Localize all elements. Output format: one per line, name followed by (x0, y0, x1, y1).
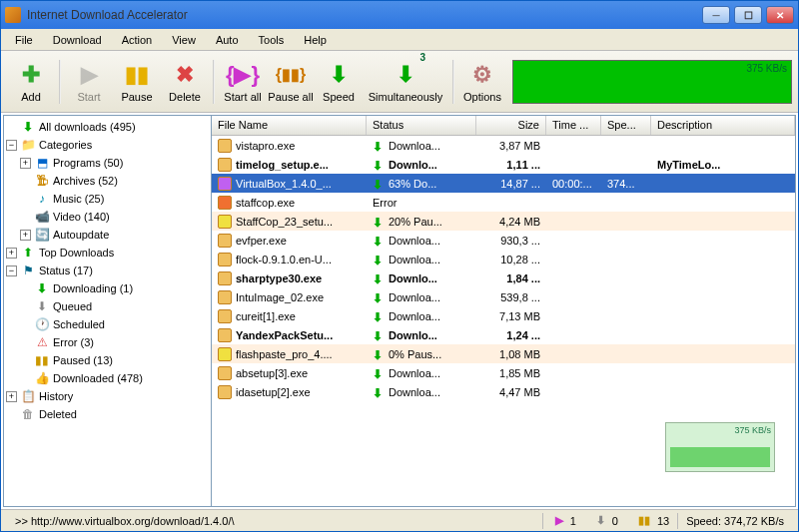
tree-deleted[interactable]: 🗑Deleted (6, 405, 209, 423)
table-row[interactable]: IntuImage_02.exe⬇Downloa...539,8 ... (212, 287, 795, 306)
file-icon (218, 385, 232, 399)
start-button[interactable]: ▶ Start (65, 54, 113, 110)
tree-downloading[interactable]: ⬇Downloading (1) (6, 279, 209, 297)
file-icon (218, 196, 232, 210)
status-icon: ⚑ (20, 263, 36, 278)
category-tree[interactable]: ⬇All downloads (495) −📁Categories +⬒Prog… (4, 116, 212, 506)
expand-icon[interactable]: + (6, 391, 17, 402)
play-icon: ▶ (551, 514, 567, 527)
table-row[interactable]: vistapro.exe⬇Downloa...3,87 MB (212, 136, 795, 155)
col-speed[interactable]: Spe... (601, 116, 651, 135)
menu-file[interactable]: File (5, 32, 43, 48)
col-size[interactable]: Size (476, 116, 546, 135)
tree-music[interactable]: ♪Music (25) (6, 190, 209, 208)
pause-button[interactable]: ▮▮ Pause (113, 54, 161, 110)
cell-filename: VirtualBox_1.4.0_... (212, 175, 367, 193)
tree-error[interactable]: ⚠Error (3) (6, 333, 209, 351)
speed-button[interactable]: ⬇ Speed (315, 54, 363, 110)
simultaneously-button[interactable]: ⬇3 Simultaneously (363, 54, 448, 110)
cell-status: ⬇Downlo... (367, 327, 476, 343)
tree-all-downloads[interactable]: ⬇All downloads (495) (6, 118, 209, 136)
menu-action[interactable]: Action (112, 32, 163, 48)
options-button[interactable]: ⚙ Options (458, 54, 506, 110)
cell-size: 10,28 ... (476, 252, 546, 267)
cell-speed (601, 144, 651, 148)
table-row[interactable]: absetup[3].exe⬇Downloa...1,85 MB (212, 363, 795, 382)
error-icon: ⚠ (34, 334, 50, 350)
cell-status: ⬇Downloa... (367, 289, 476, 305)
table-row[interactable]: timelog_setup.e...⬇Downlo...1,11 ...MyTi… (212, 155, 795, 174)
cell-size: 1,11 ... (476, 157, 546, 173)
table-row[interactable]: staffcop.exeError (212, 193, 795, 212)
cell-time (546, 201, 601, 205)
music-icon: ♪ (34, 191, 50, 207)
table-row[interactable]: evfper.exe⬇Downloa...930,3 ... (212, 231, 795, 250)
cell-description (651, 352, 795, 356)
col-filename[interactable]: File Name (212, 116, 367, 135)
col-time[interactable]: Time ... (546, 116, 601, 135)
file-icon (218, 290, 232, 304)
cell-filename: evfper.exe (212, 232, 367, 250)
table-row[interactable]: YandexPackSetu...⬇Downlo...1,24 ... (212, 325, 795, 344)
cell-filename: timelog_setup.e... (212, 156, 367, 174)
table-row[interactable]: sharptype30.exe⬇Downlo...1,84 ... (212, 268, 795, 287)
titlebar[interactable]: Internet Download Accelerator ─ ☐ ✕ (1, 1, 798, 29)
window-title: Internet Download Accelerator (27, 8, 702, 22)
collapse-icon[interactable]: − (6, 140, 17, 151)
cell-description (651, 258, 795, 262)
table-row[interactable]: cureit[1].exe⬇Downloa...7,13 MB (212, 306, 795, 325)
download-icon: ⬇ (373, 329, 385, 341)
tree-archives[interactable]: 🗜Archives (52) (6, 172, 209, 190)
menu-view[interactable]: View (162, 32, 206, 48)
menu-help[interactable]: Help (294, 32, 337, 48)
col-status[interactable]: Status (367, 116, 476, 135)
tree-scheduled[interactable]: 🕐Scheduled (6, 315, 209, 333)
table-row[interactable]: StaffCop_23_setu...⬇20% Pau...4,24 MB (212, 212, 795, 231)
table-row[interactable]: flock-0.9.1.0.en-U...⬇Downloa...10,28 ..… (212, 250, 795, 268)
tree-categories[interactable]: −📁Categories (6, 136, 209, 154)
delete-button[interactable]: ✖ Delete (161, 54, 209, 110)
cell-speed (601, 201, 651, 205)
tree-video[interactable]: 📹Video (140) (6, 208, 209, 226)
cell-time (546, 144, 601, 148)
menu-tools[interactable]: Tools (249, 32, 295, 48)
maximize-button[interactable]: ☐ (734, 6, 762, 24)
tree-top-downloads[interactable]: +⬆Top Downloads (6, 244, 209, 262)
cell-size: 14,87 ... (476, 176, 546, 192)
tree-downloaded[interactable]: 👍Downloaded (478) (6, 369, 209, 387)
speed-graph[interactable]: 375 KB/s (512, 60, 792, 104)
pause-icon: ▮▮ (634, 514, 654, 527)
table-row[interactable]: VirtualBox_1.4.0_...⬇63% Do...14,87 ...0… (212, 174, 795, 193)
menu-download[interactable]: Download (43, 32, 112, 48)
expand-icon[interactable]: + (20, 230, 31, 241)
tree-queued[interactable]: ⬇Queued (6, 297, 209, 315)
tree-history[interactable]: +📋History (6, 387, 209, 405)
close-button[interactable]: ✕ (766, 6, 794, 24)
pause-all-button[interactable]: {▮▮} Pause all (267, 54, 315, 110)
cell-status: ⬇Downloa... (367, 308, 476, 324)
tree-paused[interactable]: ▮▮Paused (13) (6, 351, 209, 369)
tree-status[interactable]: −⚑Status (17) (6, 262, 209, 279)
tree-autoupdate[interactable]: +🔄Autoupdate (6, 226, 209, 244)
minimize-button[interactable]: ─ (702, 6, 730, 24)
table-row[interactable]: idasetup[2].exe⬇Downloa...4,47 MB (212, 382, 795, 401)
table-row[interactable]: flashpaste_pro_4....⬇0% Paus...1,08 MB (212, 344, 795, 363)
cell-description (651, 144, 795, 148)
collapse-icon[interactable]: − (6, 266, 17, 276)
cell-filename: vistapro.exe (212, 137, 367, 155)
start-all-button[interactable]: {▶} Start all (219, 54, 267, 110)
menu-auto[interactable]: Auto (206, 32, 249, 48)
expand-icon[interactable]: + (20, 158, 31, 169)
cell-filename: StaffCop_23_setu... (212, 213, 367, 231)
queued-icon: ⬇ (34, 298, 50, 314)
cell-time (546, 371, 601, 375)
mini-speed-graph[interactable]: 375 KB/s (665, 422, 775, 472)
cell-speed (601, 163, 651, 167)
col-description[interactable]: Description (651, 116, 795, 135)
add-button[interactable]: ✚ Add (7, 54, 55, 110)
cell-size: 3,87 MB (476, 138, 546, 154)
cell-description (651, 371, 795, 375)
cell-time (546, 220, 601, 224)
expand-icon[interactable]: + (6, 248, 17, 259)
tree-programs[interactable]: +⬒Programs (50) (6, 154, 209, 172)
